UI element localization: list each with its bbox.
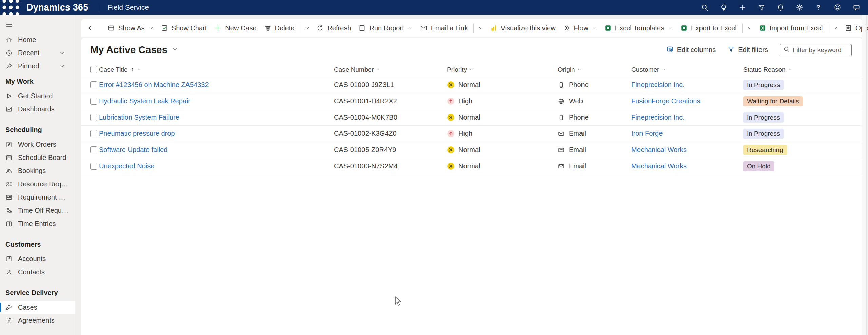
back-button[interactable] xyxy=(85,22,98,34)
delete-button[interactable]: Delete xyxy=(260,22,298,35)
waffle-menu-button[interactable] xyxy=(0,0,22,15)
app-window: Dynamics 365 Field Service Home Recent P… xyxy=(0,0,868,335)
doc-icon xyxy=(5,317,13,324)
case-title-link[interactable]: Lubrication System Failure xyxy=(99,113,179,121)
customer-link[interactable]: Fineprecision Inc. xyxy=(631,81,685,88)
sidebar-item-resource-requireme[interactable]: Resource Requireme... xyxy=(0,177,75,191)
import-from-excel-button[interactable]: Import from Excel xyxy=(755,22,827,35)
column-header-case-number[interactable]: Case Number xyxy=(334,66,447,74)
keyword-filter-input[interactable] xyxy=(793,46,848,54)
table-row[interactable]: Lubrication System Failure CAS-01004-M0K… xyxy=(81,109,862,126)
smiley-button[interactable] xyxy=(828,0,847,15)
visualize-this-view-button[interactable]: Visualize this view xyxy=(486,22,559,35)
sidebar-item-dashboards[interactable]: Dashboards xyxy=(0,103,75,116)
case-title-link[interactable]: Error #123456 on Machine ZA54332 xyxy=(99,81,209,88)
app-title: Dynamics 365 xyxy=(26,2,88,13)
table-row[interactable]: Unexpected Noise CAS-01003-N7S2M4 Normal… xyxy=(81,158,862,174)
sidebar-item-agreements[interactable]: Agreements xyxy=(0,314,75,327)
export-to-excel-button[interactable]: Export to Excel xyxy=(676,22,741,35)
overflow-chevron-button[interactable] xyxy=(302,23,313,33)
customer-link[interactable]: Mechanical Works xyxy=(631,146,687,153)
sidebar-item-get-started[interactable]: Get Started xyxy=(0,89,75,103)
row-checkbox[interactable] xyxy=(90,163,97,170)
table-row[interactable]: Software Update failed CAS-01005-Z0R4Y9 … xyxy=(81,142,862,158)
person-list-icon xyxy=(5,181,13,188)
customer-link[interactable]: Fineprecision Inc. xyxy=(631,113,685,121)
priority-label: High xyxy=(458,130,472,138)
overflow-chevron-button[interactable] xyxy=(830,23,841,33)
chevron-down-icon xyxy=(172,46,178,52)
cases-grid: Case Title Case Number Priority Origin C… xyxy=(81,63,862,174)
sidebar-item-home[interactable]: Home xyxy=(0,33,75,46)
flow-button[interactable]: Flow xyxy=(559,22,600,35)
show-chart-button[interactable]: Show Chart xyxy=(157,22,211,35)
table-row[interactable]: Pneumatic pressure drop CAS-01002-K3G4Z0… xyxy=(81,126,862,142)
origin-cell: Email xyxy=(558,130,631,138)
chevron-down-icon xyxy=(478,26,483,30)
case-title-link[interactable]: Software Update failed xyxy=(99,146,167,153)
table-row[interactable]: Error #123456 on Machine ZA54332 CAS-010… xyxy=(81,77,862,93)
refresh-button[interactable]: Refresh xyxy=(313,22,355,35)
sidebar-item-time-off-requests[interactable]: Time Off Requests xyxy=(0,204,75,217)
edit-columns-button[interactable]: Edit columns xyxy=(666,45,716,55)
case-title-link[interactable]: Pneumatic pressure drop xyxy=(99,130,175,137)
app-area-label: Field Service xyxy=(108,3,149,12)
plus-button[interactable] xyxy=(733,0,752,15)
sidebar-item-work-orders[interactable]: Work Orders xyxy=(0,138,75,151)
excel-icon xyxy=(680,24,688,32)
column-header-status-reason[interactable]: Status Reason xyxy=(743,66,862,74)
sidebar-item-pinned[interactable]: Pinned xyxy=(0,60,75,73)
customer-link[interactable]: Iron Forge xyxy=(631,130,663,137)
email-a-link-button[interactable]: Email a Link xyxy=(416,22,472,35)
row-checkbox[interactable] xyxy=(90,98,97,105)
overflow-chevron-button[interactable] xyxy=(744,23,755,33)
feedback-button[interactable] xyxy=(847,0,866,15)
new-case-button[interactable]: New Case xyxy=(211,22,260,35)
status-badge: In Progress xyxy=(743,80,784,90)
sidebar-item-recent[interactable]: Recent xyxy=(0,46,75,60)
table-row[interactable]: Hydraulic System Leak Repair CAS-01001-H… xyxy=(81,93,862,109)
show-as-button[interactable]: Show As xyxy=(104,22,157,35)
refresh-label: Refresh xyxy=(327,24,351,32)
column-header-case-title[interactable]: Case Title xyxy=(99,66,334,74)
sidebar-item-contacts[interactable]: Contacts xyxy=(0,266,75,279)
edit-filters-button[interactable]: Edit filters xyxy=(727,45,768,55)
bell-button[interactable] xyxy=(771,0,790,15)
row-checkbox[interactable] xyxy=(90,114,97,121)
funnel-button[interactable] xyxy=(752,0,771,15)
help-button[interactable] xyxy=(809,0,828,15)
row-checkbox[interactable] xyxy=(90,81,97,88)
sidebar-item-label: Requirement Groups xyxy=(18,193,70,201)
select-all-checkbox[interactable] xyxy=(90,66,97,73)
row-checkbox[interactable] xyxy=(90,146,97,153)
vertical-scrollbar[interactable] xyxy=(862,15,867,335)
wrench-icon xyxy=(5,304,13,311)
case-number-cell: CAS-01003-N7S2M4 xyxy=(334,162,447,170)
column-header-priority[interactable]: Priority xyxy=(447,66,558,74)
customer-link[interactable]: FusionForge Creations xyxy=(631,97,700,105)
sidebar-item-schedule-board[interactable]: Schedule Board xyxy=(0,151,75,164)
run-report-button[interactable]: Run Report xyxy=(355,22,416,35)
sidebar-item-accounts[interactable]: Accounts xyxy=(0,252,75,266)
case-title-link[interactable]: Unexpected Noise xyxy=(99,162,154,170)
column-header-label: Status Reason xyxy=(743,66,786,74)
priority-cell: Normal xyxy=(447,81,558,89)
customer-link[interactable]: Mechanical Works xyxy=(631,162,687,170)
overflow-chevron-button[interactable] xyxy=(475,23,486,33)
search-button[interactable] xyxy=(695,0,714,15)
view-selector[interactable]: My Active Cases xyxy=(90,44,178,56)
sidebar-item-label: Dashboards xyxy=(18,105,55,113)
sidebar-item-time-entries[interactable]: Time Entries xyxy=(0,217,75,230)
sidebar-item-cases[interactable]: Cases xyxy=(0,301,75,314)
column-header-origin[interactable]: Origin xyxy=(558,66,631,74)
gear-button[interactable] xyxy=(790,0,809,15)
chevron-down-icon xyxy=(408,26,413,30)
row-checkbox[interactable] xyxy=(90,130,97,137)
case-title-link[interactable]: Hydraulic System Leak Repair xyxy=(99,97,190,105)
sidebar-item-requirement-groups[interactable]: Requirement Groups xyxy=(0,191,75,204)
excel-templates-label: Excel Templates xyxy=(615,24,664,32)
sidebar-item-bookings[interactable]: Bookings xyxy=(0,164,75,177)
lightbulb-button[interactable] xyxy=(714,0,733,15)
excel-templates-button[interactable]: Excel Templates xyxy=(600,22,676,35)
column-header-customer[interactable]: Customer xyxy=(631,66,743,74)
